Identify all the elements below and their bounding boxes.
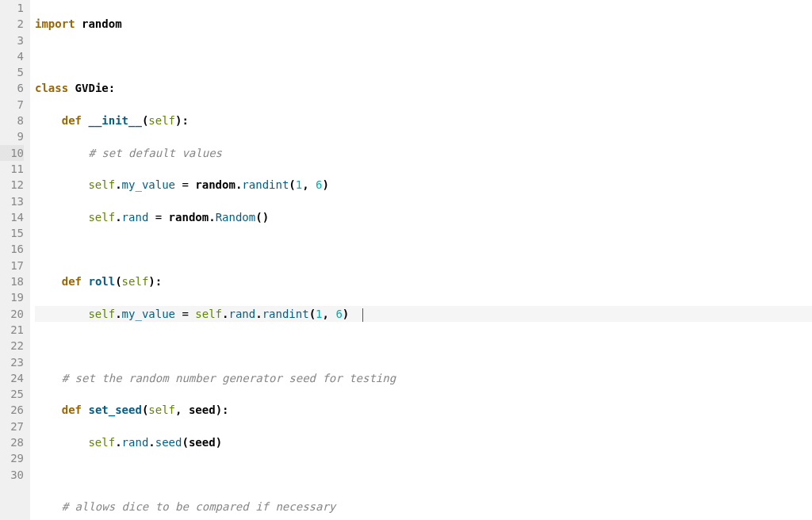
line-number: 7 bbox=[0, 97, 24, 113]
code-line[interactable]: self.rand.seed(seed) bbox=[35, 434, 812, 450]
code-area[interactable]: import random class GVDie: def __init__(… bbox=[30, 0, 812, 520]
text-cursor bbox=[362, 308, 363, 322]
line-number: 23 bbox=[0, 354, 24, 370]
line-number: 20 bbox=[0, 306, 24, 322]
code-line[interactable]: self.my_value = random.randint(1, 6) bbox=[35, 177, 812, 193]
line-number: 22 bbox=[0, 338, 24, 354]
line-number: 21 bbox=[0, 322, 24, 338]
line-number: 3 bbox=[0, 32, 24, 48]
line-number: 6 bbox=[0, 80, 24, 96]
code-line[interactable]: self.rand = random.Random() bbox=[35, 209, 812, 225]
code-line-current[interactable]: self.my_value = self.rand.randint(1, 6) bbox=[35, 306, 812, 322]
line-number: 9 bbox=[0, 128, 24, 144]
line-number: 15 bbox=[0, 225, 24, 241]
code-line[interactable]: class GVDie: bbox=[35, 80, 812, 96]
code-line[interactable]: def __init__(self): bbox=[35, 113, 812, 128]
line-number: 29 bbox=[0, 450, 24, 466]
line-number: 4 bbox=[0, 48, 24, 64]
line-number: 1 bbox=[0, 0, 24, 16]
line-number: 16 bbox=[0, 241, 24, 257]
line-number-current: 10 bbox=[0, 145, 24, 161]
code-line[interactable] bbox=[35, 241, 812, 257]
line-number-gutter: 1 2 3 4 5 6 7 8 9 10 11 12 13 14 15 16 1… bbox=[0, 0, 30, 520]
line-number: 13 bbox=[0, 193, 24, 209]
code-line[interactable]: # set default values bbox=[35, 145, 812, 161]
code-line[interactable]: def roll(self): bbox=[35, 273, 812, 289]
line-number: 2 bbox=[0, 16, 24, 32]
line-number: 26 bbox=[0, 402, 24, 418]
code-line[interactable]: def set_seed(self, seed): bbox=[35, 402, 812, 418]
line-number: 28 bbox=[0, 434, 24, 450]
code-line[interactable] bbox=[35, 467, 812, 483]
line-number: 24 bbox=[0, 370, 24, 386]
code-line[interactable]: # set the random number generator seed f… bbox=[35, 370, 812, 386]
line-number: 30 bbox=[0, 467, 24, 483]
line-number: 27 bbox=[0, 419, 24, 434]
line-number: 8 bbox=[0, 113, 24, 128]
line-number: 5 bbox=[0, 64, 24, 80]
line-number: 25 bbox=[0, 386, 24, 402]
line-number: 11 bbox=[0, 161, 24, 177]
code-line[interactable] bbox=[35, 338, 812, 354]
code-line[interactable] bbox=[35, 48, 812, 64]
code-line[interactable]: # allows dice to be compared if necessar… bbox=[35, 499, 812, 514]
line-number: 12 bbox=[0, 177, 24, 193]
code-line[interactable]: import random bbox=[35, 16, 812, 32]
line-number: 17 bbox=[0, 258, 24, 273]
line-number: 19 bbox=[0, 289, 24, 305]
line-number: 18 bbox=[0, 273, 24, 289]
code-editor[interactable]: 1 2 3 4 5 6 7 8 9 10 11 12 13 14 15 16 1… bbox=[0, 0, 812, 520]
line-number: 14 bbox=[0, 209, 24, 225]
